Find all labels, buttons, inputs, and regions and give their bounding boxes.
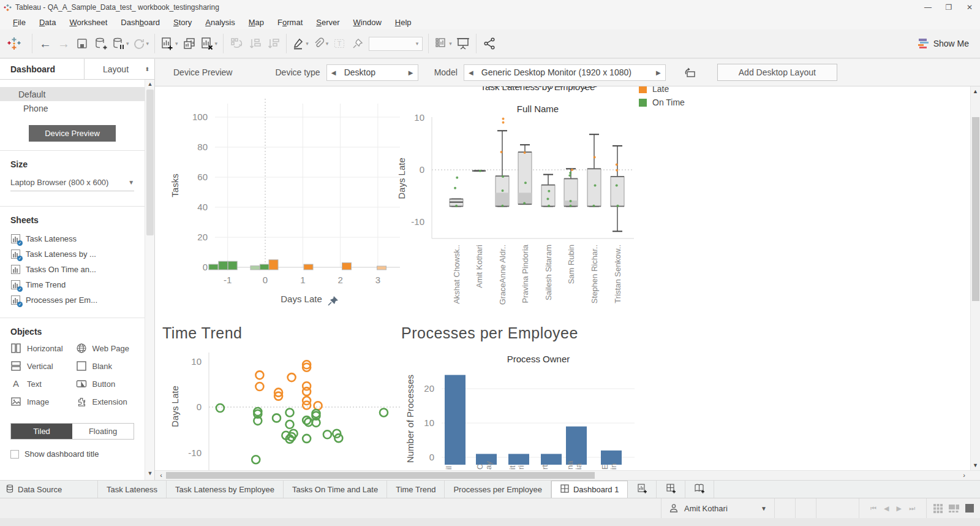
scroll-left-icon[interactable]: ‹	[156, 471, 166, 480]
tab-dashboard-1[interactable]: Dashboard 1	[551, 481, 628, 498]
menu-format[interactable]: Format	[271, 16, 309, 29]
add-desktop-layout-button[interactable]: Add Desktop Layout	[717, 64, 837, 81]
device-layout-default[interactable]: Default	[0, 87, 145, 101]
share-icon[interactable]	[480, 33, 499, 54]
new-story-button[interactable]	[685, 481, 714, 498]
menu-server[interactable]: Server	[309, 16, 346, 29]
sidebar-scroll-thumb[interactable]	[146, 90, 154, 235]
object-text[interactable]: AText	[10, 378, 76, 389]
maximize-button[interactable]: ❐	[938, 0, 959, 15]
device-layout-phone[interactable]: Phone	[0, 101, 145, 115]
menu-analysis[interactable]: Analysis	[198, 16, 241, 29]
device-preview-button[interactable]: Device Preview	[29, 125, 116, 142]
object-image[interactable]: Image	[10, 396, 76, 407]
size-dropdown[interactable]: Laptop Browser (800 x 600) ▼	[10, 178, 134, 191]
sort-ascending-icon[interactable]	[246, 33, 264, 54]
tab-layout[interactable]: Layout ⬍	[85, 59, 154, 79]
tab-task-lateness[interactable]: Task Lateness	[98, 481, 167, 498]
undo-button[interactable]: ←	[36, 33, 55, 54]
scroll-right-icon[interactable]: ›	[959, 471, 969, 480]
redo-button[interactable]: →	[55, 33, 73, 54]
menu-help[interactable]: Help	[388, 16, 418, 29]
minimize-button[interactable]: —	[918, 0, 938, 15]
menu-story[interactable]: Story	[167, 16, 198, 29]
object-blank[interactable]: Blank	[76, 360, 141, 372]
close-button[interactable]: ✕	[959, 0, 980, 15]
filmstrip-view-icon[interactable]	[949, 504, 959, 513]
duplicate-sheet-icon[interactable]	[180, 33, 198, 54]
h-scroll-thumb[interactable]	[166, 472, 595, 479]
tasks-on-time-and-late-chart[interactable]: 020406080100-10123Days LateTasks	[160, 86, 405, 319]
sheet-item[interactable]: ✓Time Trend	[0, 277, 145, 292]
tab-processes-per-employee[interactable]: Processes per Employee	[445, 481, 551, 498]
processes-per-employee-chart[interactable]: Process Owner01020ilCayitrirtnaiaEinNumb…	[399, 345, 656, 470]
menu-dashboard[interactable]: Dashboard	[114, 16, 167, 29]
spinner-right-icon[interactable]: ▶	[652, 69, 665, 76]
save-icon[interactable]	[73, 33, 91, 54]
presentation-mode-icon[interactable]	[454, 33, 472, 54]
add-data-source-icon[interactable]	[91, 33, 110, 54]
sort-descending-icon[interactable]	[264, 33, 282, 54]
sheet-item[interactable]: ✓Task Lateness by ...	[0, 246, 145, 262]
tableau-home-button[interactable]	[0, 33, 28, 54]
device-type-spinner[interactable]: ◀ Desktop ▶	[326, 64, 418, 81]
object-web-page[interactable]: Web Page	[76, 343, 141, 354]
object-vertical[interactable]: Vertical	[10, 360, 76, 372]
highlight-icon[interactable]: ▾	[290, 33, 311, 54]
swap-rows-columns-icon[interactable]	[227, 33, 246, 54]
fit-selector-icon[interactable]: ▾	[432, 33, 454, 54]
canvas-vertical-scrollbar[interactable]: ▲ ▼	[970, 86, 980, 470]
previous-record-icon[interactable]: ◀	[884, 505, 889, 513]
clear-sheet-icon[interactable]: ▾	[198, 33, 220, 54]
tab-data-source[interactable]: Data Source	[0, 481, 98, 498]
first-record-icon[interactable]: ⏮	[870, 505, 876, 513]
show-me-button[interactable]: Show Me	[917, 38, 969, 49]
fix-axes-icon[interactable]	[349, 33, 367, 54]
new-dashboard-button[interactable]	[657, 481, 685, 498]
format-dropdown[interactable]: ▾	[367, 33, 424, 54]
menu-window[interactable]: Window	[347, 16, 388, 29]
object-button[interactable]: Button	[76, 378, 141, 389]
tab-task-lateness-by-employee[interactable]: Task Lateness by Employee	[167, 481, 284, 498]
sheet-item[interactable]: ✓Task Lateness	[0, 231, 145, 246]
group-members-icon[interactable]: ▾	[311, 33, 331, 54]
scroll-up-icon[interactable]: ▲	[145, 81, 155, 90]
menu-worksheet[interactable]: Worksheet	[62, 16, 114, 29]
tab-tasks-on-time-and-late[interactable]: Tasks On Time and Late	[284, 481, 387, 498]
next-record-icon[interactable]: ▶	[897, 505, 902, 513]
menu-map[interactable]: Map	[242, 16, 271, 29]
show-dashboard-title-checkbox[interactable]	[10, 450, 19, 459]
spinner-left-icon[interactable]: ◀	[327, 69, 341, 76]
spinner-left-icon[interactable]: ◀	[464, 69, 478, 76]
sheet-item[interactable]: ✓Processes per Em...	[0, 292, 145, 308]
object-extension[interactable]: Extension	[76, 396, 141, 407]
tab-dashboard[interactable]: Dashboard	[0, 59, 85, 79]
single-view-icon[interactable]	[965, 504, 974, 513]
object-horizontal[interactable]: Horizontal	[10, 343, 76, 354]
canvas-horizontal-scrollbar[interactable]: ‹ ›	[155, 470, 980, 480]
model-spinner[interactable]: ◀ Generic Desktop Monitor (1920 x 1080) …	[464, 64, 666, 81]
scroll-down-icon[interactable]: ▼	[145, 470, 155, 479]
menu-data[interactable]: Data	[32, 16, 62, 29]
last-record-icon[interactable]: ⏭	[909, 505, 915, 513]
sheet-item[interactable]: Tasks On Time an...	[0, 262, 145, 277]
new-worksheet-icon[interactable]: ▾	[159, 33, 180, 54]
refresh-icon[interactable]: ▾	[131, 33, 151, 54]
v-scroll-thumb[interactable]	[972, 117, 979, 301]
floating-button[interactable]: Floating	[72, 424, 134, 439]
rotate-layout-icon[interactable]	[682, 66, 698, 79]
spinner-right-icon[interactable]: ▶	[404, 69, 418, 76]
menu-file[interactable]: File	[6, 16, 32, 29]
time-trend-chart[interactable]: 100-10Days Late	[160, 345, 405, 470]
scroll-down-icon[interactable]: ▼	[971, 462, 980, 468]
pause-updates-icon[interactable]: ▾	[110, 33, 131, 54]
svg-text:Days Late: Days Late	[170, 386, 180, 427]
tab-time-trend[interactable]: Time Trend	[387, 481, 445, 498]
new-worksheet-button[interactable]	[628, 481, 657, 498]
tiled-button[interactable]: Tiled	[11, 424, 72, 439]
grid-view-icon[interactable]	[933, 504, 943, 513]
sidebar-scrollbar[interactable]: ▲ ▼	[145, 80, 154, 480]
show-mark-labels-icon[interactable]: T	[330, 33, 349, 54]
user-menu[interactable]: Amit Kothari ▼	[661, 498, 774, 518]
scroll-up-icon[interactable]: ▲	[971, 88, 980, 94]
